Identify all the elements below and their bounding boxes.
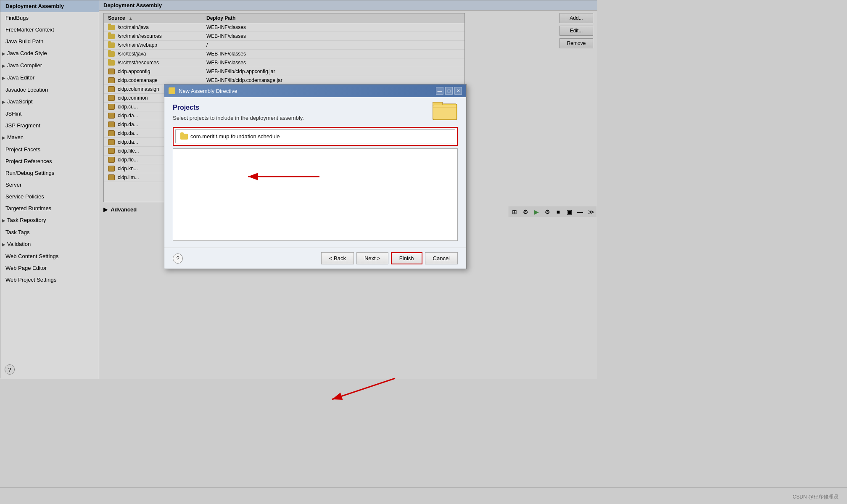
close-button[interactable]: ✕ [454,87,462,95]
project-list-area[interactable] [173,148,458,241]
project-item[interactable]: com.meritit.mup.foundation.schedule [177,131,454,142]
dialog-title-icon [169,87,175,94]
dialog-help-button[interactable]: ? [173,253,183,264]
dialog-section-title: Projects [173,104,458,111]
cancel-button[interactable]: Cancel [425,252,458,264]
next-button[interactable]: Next > [356,252,388,264]
svg-rect-2 [433,105,456,119]
dialog-body: Projects Select projects to include in t… [164,97,466,248]
dialog-footer: ? < Back Next > Finish Cancel [164,248,466,269]
dialog-overlay: New Assembly Directive — □ ✕ [0,0,847,504]
back-button[interactable]: < Back [321,252,354,264]
new-assembly-directive-dialog: New Assembly Directive — □ ✕ [164,84,467,269]
minimize-button[interactable]: — [436,87,443,95]
dialog-description: Select projects to include in the deploy… [173,115,458,121]
maximize-button[interactable]: □ [445,87,453,95]
project-folder-icon [180,134,188,140]
folder-large-icon [433,100,458,121]
dialog-title-text: New Assembly Directive [179,88,237,94]
selection-box: com.meritit.mup.foundation.schedule [173,127,458,146]
finish-button[interactable]: Finish [391,252,422,264]
svg-line-7 [332,378,395,399]
dialog-titlebar: New Assembly Directive — □ ✕ [164,84,466,97]
